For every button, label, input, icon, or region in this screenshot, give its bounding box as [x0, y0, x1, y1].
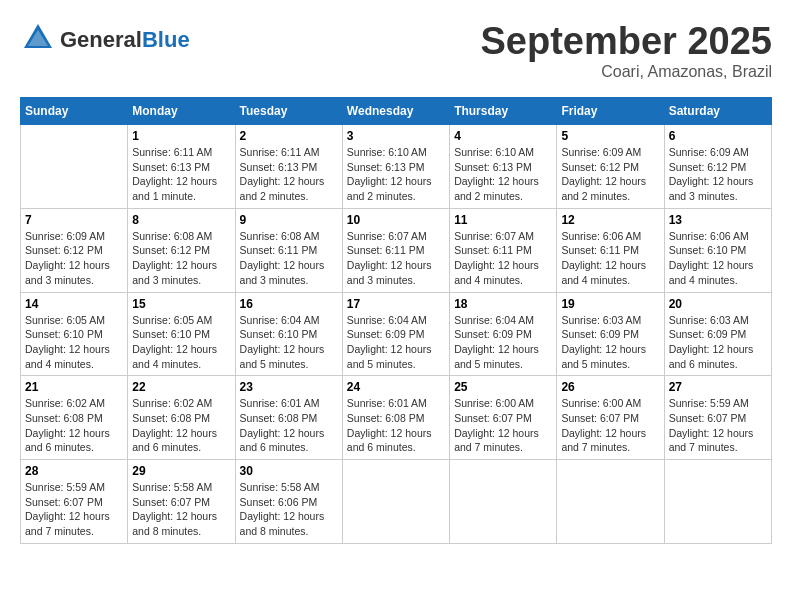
day-cell: 4Sunrise: 6:10 AMSunset: 6:13 PMDaylight… — [450, 125, 557, 209]
day-info: Sunrise: 6:08 AMSunset: 6:11 PMDaylight:… — [240, 229, 338, 288]
day-cell — [557, 460, 664, 544]
day-info: Sunrise: 6:11 AMSunset: 6:13 PMDaylight:… — [240, 145, 338, 204]
day-number: 4 — [454, 129, 552, 143]
day-number: 5 — [561, 129, 659, 143]
day-cell: 24Sunrise: 6:01 AMSunset: 6:08 PMDayligh… — [342, 376, 449, 460]
day-info: Sunrise: 6:05 AMSunset: 6:10 PMDaylight:… — [25, 313, 123, 372]
day-number: 17 — [347, 297, 445, 311]
day-info: Sunrise: 6:01 AMSunset: 6:08 PMDaylight:… — [347, 396, 445, 455]
day-info: Sunrise: 6:02 AMSunset: 6:08 PMDaylight:… — [132, 396, 230, 455]
title-area: September 2025 Coari, Amazonas, Brazil — [481, 20, 773, 81]
week-row-3: 14Sunrise: 6:05 AMSunset: 6:10 PMDayligh… — [21, 292, 772, 376]
week-row-4: 21Sunrise: 6:02 AMSunset: 6:08 PMDayligh… — [21, 376, 772, 460]
week-row-1: 1Sunrise: 6:11 AMSunset: 6:13 PMDaylight… — [21, 125, 772, 209]
day-info: Sunrise: 6:05 AMSunset: 6:10 PMDaylight:… — [132, 313, 230, 372]
day-number: 2 — [240, 129, 338, 143]
day-cell: 11Sunrise: 6:07 AMSunset: 6:11 PMDayligh… — [450, 208, 557, 292]
day-info: Sunrise: 6:10 AMSunset: 6:13 PMDaylight:… — [347, 145, 445, 204]
day-number: 12 — [561, 213, 659, 227]
day-number: 1 — [132, 129, 230, 143]
logo-text-blue: Blue — [142, 27, 190, 52]
day-info: Sunrise: 6:01 AMSunset: 6:08 PMDaylight:… — [240, 396, 338, 455]
day-info: Sunrise: 5:59 AMSunset: 6:07 PMDaylight:… — [25, 480, 123, 539]
day-info: Sunrise: 6:02 AMSunset: 6:08 PMDaylight:… — [25, 396, 123, 455]
day-number: 19 — [561, 297, 659, 311]
day-info: Sunrise: 5:59 AMSunset: 6:07 PMDaylight:… — [669, 396, 767, 455]
day-number: 14 — [25, 297, 123, 311]
logo: GeneralBlue — [20, 20, 190, 60]
days-header-row: SundayMondayTuesdayWednesdayThursdayFrid… — [21, 98, 772, 125]
day-cell: 8Sunrise: 6:08 AMSunset: 6:12 PMDaylight… — [128, 208, 235, 292]
day-info: Sunrise: 6:04 AMSunset: 6:10 PMDaylight:… — [240, 313, 338, 372]
col-header-sunday: Sunday — [21, 98, 128, 125]
day-number: 11 — [454, 213, 552, 227]
day-cell: 5Sunrise: 6:09 AMSunset: 6:12 PMDaylight… — [557, 125, 664, 209]
col-header-friday: Friday — [557, 98, 664, 125]
day-number: 23 — [240, 380, 338, 394]
logo-text-general: General — [60, 27, 142, 52]
day-cell: 3Sunrise: 6:10 AMSunset: 6:13 PMDaylight… — [342, 125, 449, 209]
day-cell: 12Sunrise: 6:06 AMSunset: 6:11 PMDayligh… — [557, 208, 664, 292]
day-number: 9 — [240, 213, 338, 227]
day-cell: 25Sunrise: 6:00 AMSunset: 6:07 PMDayligh… — [450, 376, 557, 460]
logo-icon — [20, 20, 56, 56]
day-info: Sunrise: 6:06 AMSunset: 6:11 PMDaylight:… — [561, 229, 659, 288]
day-number: 30 — [240, 464, 338, 478]
day-number: 28 — [25, 464, 123, 478]
day-cell: 17Sunrise: 6:04 AMSunset: 6:09 PMDayligh… — [342, 292, 449, 376]
day-cell: 10Sunrise: 6:07 AMSunset: 6:11 PMDayligh… — [342, 208, 449, 292]
day-info: Sunrise: 6:04 AMSunset: 6:09 PMDaylight:… — [454, 313, 552, 372]
day-info: Sunrise: 6:07 AMSunset: 6:11 PMDaylight:… — [454, 229, 552, 288]
day-number: 25 — [454, 380, 552, 394]
col-header-thursday: Thursday — [450, 98, 557, 125]
calendar: SundayMondayTuesdayWednesdayThursdayFrid… — [20, 97, 772, 544]
day-info: Sunrise: 6:09 AMSunset: 6:12 PMDaylight:… — [561, 145, 659, 204]
day-number: 26 — [561, 380, 659, 394]
day-info: Sunrise: 6:09 AMSunset: 6:12 PMDaylight:… — [25, 229, 123, 288]
col-header-saturday: Saturday — [664, 98, 771, 125]
day-info: Sunrise: 6:08 AMSunset: 6:12 PMDaylight:… — [132, 229, 230, 288]
day-cell: 2Sunrise: 6:11 AMSunset: 6:13 PMDaylight… — [235, 125, 342, 209]
col-header-wednesday: Wednesday — [342, 98, 449, 125]
col-header-tuesday: Tuesday — [235, 98, 342, 125]
day-cell: 21Sunrise: 6:02 AMSunset: 6:08 PMDayligh… — [21, 376, 128, 460]
day-cell: 19Sunrise: 6:03 AMSunset: 6:09 PMDayligh… — [557, 292, 664, 376]
day-number: 15 — [132, 297, 230, 311]
day-cell — [664, 460, 771, 544]
day-number: 18 — [454, 297, 552, 311]
day-cell — [21, 125, 128, 209]
day-number: 22 — [132, 380, 230, 394]
day-number: 6 — [669, 129, 767, 143]
col-header-monday: Monday — [128, 98, 235, 125]
day-number: 20 — [669, 297, 767, 311]
day-info: Sunrise: 6:03 AMSunset: 6:09 PMDaylight:… — [669, 313, 767, 372]
day-number: 3 — [347, 129, 445, 143]
day-info: Sunrise: 6:04 AMSunset: 6:09 PMDaylight:… — [347, 313, 445, 372]
day-cell: 18Sunrise: 6:04 AMSunset: 6:09 PMDayligh… — [450, 292, 557, 376]
day-info: Sunrise: 6:09 AMSunset: 6:12 PMDaylight:… — [669, 145, 767, 204]
day-cell: 26Sunrise: 6:00 AMSunset: 6:07 PMDayligh… — [557, 376, 664, 460]
month-title: September 2025 — [481, 20, 773, 63]
day-number: 16 — [240, 297, 338, 311]
day-info: Sunrise: 6:03 AMSunset: 6:09 PMDaylight:… — [561, 313, 659, 372]
location-title: Coari, Amazonas, Brazil — [481, 63, 773, 81]
day-info: Sunrise: 6:00 AMSunset: 6:07 PMDaylight:… — [561, 396, 659, 455]
day-cell: 15Sunrise: 6:05 AMSunset: 6:10 PMDayligh… — [128, 292, 235, 376]
day-info: Sunrise: 5:58 AMSunset: 6:07 PMDaylight:… — [132, 480, 230, 539]
week-row-5: 28Sunrise: 5:59 AMSunset: 6:07 PMDayligh… — [21, 460, 772, 544]
day-cell: 9Sunrise: 6:08 AMSunset: 6:11 PMDaylight… — [235, 208, 342, 292]
day-cell: 6Sunrise: 6:09 AMSunset: 6:12 PMDaylight… — [664, 125, 771, 209]
day-number: 8 — [132, 213, 230, 227]
day-number: 29 — [132, 464, 230, 478]
day-cell: 7Sunrise: 6:09 AMSunset: 6:12 PMDaylight… — [21, 208, 128, 292]
week-row-2: 7Sunrise: 6:09 AMSunset: 6:12 PMDaylight… — [21, 208, 772, 292]
day-number: 7 — [25, 213, 123, 227]
day-number: 13 — [669, 213, 767, 227]
day-info: Sunrise: 6:10 AMSunset: 6:13 PMDaylight:… — [454, 145, 552, 204]
header: GeneralBlue September 2025 Coari, Amazon… — [20, 20, 772, 81]
day-info: Sunrise: 5:58 AMSunset: 6:06 PMDaylight:… — [240, 480, 338, 539]
day-cell: 23Sunrise: 6:01 AMSunset: 6:08 PMDayligh… — [235, 376, 342, 460]
day-info: Sunrise: 6:00 AMSunset: 6:07 PMDaylight:… — [454, 396, 552, 455]
day-cell: 22Sunrise: 6:02 AMSunset: 6:08 PMDayligh… — [128, 376, 235, 460]
day-cell: 28Sunrise: 5:59 AMSunset: 6:07 PMDayligh… — [21, 460, 128, 544]
